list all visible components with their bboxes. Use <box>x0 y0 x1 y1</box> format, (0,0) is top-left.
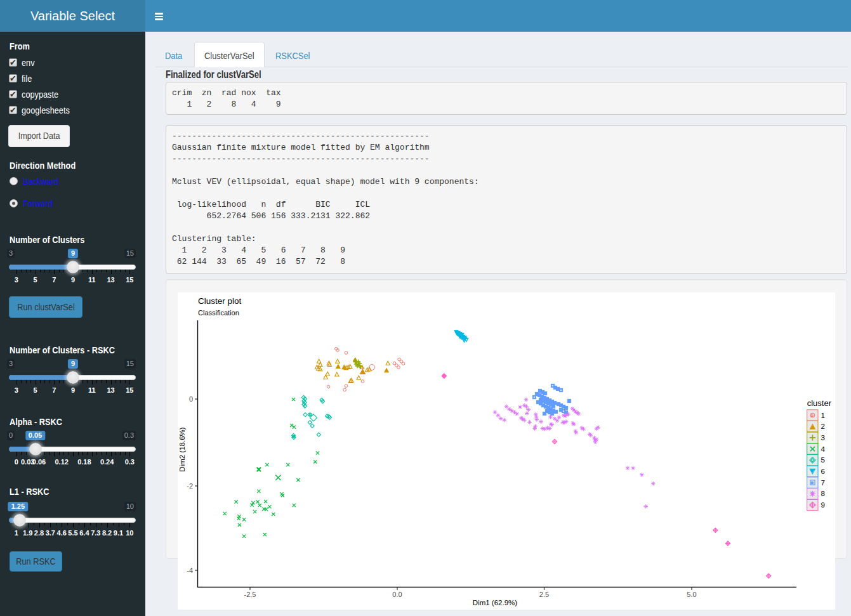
svg-text:-2: -2 <box>187 482 193 490</box>
svg-text:6: 6 <box>821 468 825 475</box>
svg-text:0: 0 <box>189 395 193 403</box>
svg-text:8: 8 <box>821 490 825 497</box>
svg-text:5: 5 <box>821 456 825 464</box>
svg-text:4: 4 <box>821 445 826 453</box>
svg-text:3: 3 <box>821 434 825 442</box>
svg-text:Dim2 (18.6%): Dim2 (18.6%) <box>178 427 186 471</box>
svg-text:2: 2 <box>821 423 825 430</box>
svg-text:-2.5: -2.5 <box>244 591 256 598</box>
svg-text:2.5: 2.5 <box>539 591 549 598</box>
svg-text:-4: -4 <box>187 567 193 574</box>
svg-text:Classification: Classification <box>198 309 239 317</box>
svg-text:Dim1 (62.9%): Dim1 (62.9%) <box>473 599 517 606</box>
svg-text:5.0: 5.0 <box>687 591 696 598</box>
svg-text:1: 1 <box>821 412 825 419</box>
svg-text:9: 9 <box>821 501 825 509</box>
svg-text:7: 7 <box>821 479 825 487</box>
svg-text:Cluster plot: Cluster plot <box>198 296 242 306</box>
svg-text:cluster: cluster <box>807 398 832 408</box>
svg-text:0.0: 0.0 <box>392 591 402 598</box>
